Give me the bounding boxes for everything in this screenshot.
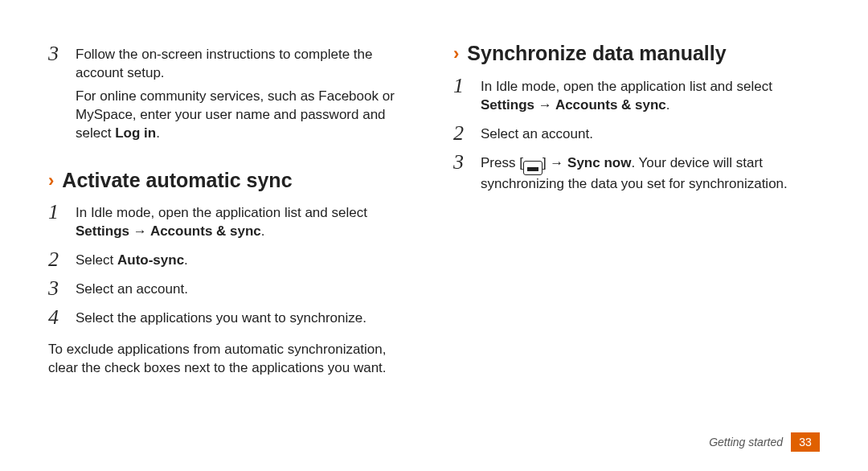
note-text: To exclude applications from automatic s… xyxy=(48,341,415,378)
chevron-icon: › xyxy=(48,172,54,190)
step-text: In Idle mode, open the application list … xyxy=(76,204,415,241)
heading-sync-manually: › Synchronize data manually xyxy=(453,40,820,68)
step-text: Select Auto-sync. xyxy=(76,252,188,270)
page-number-badge: 33 xyxy=(791,432,820,452)
step-text: Follow the on-screen instructions to com… xyxy=(76,46,415,83)
step-number: 3 xyxy=(48,43,66,64)
step-2: 2 Select Auto-sync. xyxy=(48,249,415,275)
step-number: 4 xyxy=(48,307,66,328)
step-1: 1 In Idle mode, open the application lis… xyxy=(48,202,415,246)
step-body: Follow the on-screen instructions to com… xyxy=(76,43,415,148)
right-column: › Synchronize data manually 1 In Idle mo… xyxy=(453,40,820,439)
step-number: 3 xyxy=(453,152,471,173)
page-footer: Getting started 33 xyxy=(709,432,820,452)
step-body: In Idle mode, open the application list … xyxy=(76,202,415,246)
step-4: 4 Select the applications you want to sy… xyxy=(48,307,415,333)
step-body: Press [] → Sync now. Your device will st… xyxy=(481,152,820,199)
step-body: Select an account. xyxy=(481,123,593,149)
chevron-icon: › xyxy=(453,45,459,63)
heading-activate-auto-sync: › Activate automatic sync xyxy=(48,167,415,195)
step-text: For online community services, such as F… xyxy=(76,88,415,143)
step-number: 2 xyxy=(48,249,66,270)
step-body: Select Auto-sync. xyxy=(76,249,188,275)
step-number: 2 xyxy=(453,123,471,144)
step-body: Select the applications you want to sync… xyxy=(76,307,366,333)
step-3: 3 Select an account. xyxy=(48,278,415,304)
step-3-prev: 3 Follow the on-screen instructions to c… xyxy=(48,43,415,148)
step-text: Press [] → Sync now. Your device will st… xyxy=(481,154,820,194)
heading-text: Synchronize data manually xyxy=(467,40,726,68)
step-text: In Idle mode, open the application list … xyxy=(481,78,820,115)
heading-text: Activate automatic sync xyxy=(62,167,292,195)
manual-page: 3 Follow the on-screen instructions to c… xyxy=(0,0,868,471)
step-text: Select an account. xyxy=(481,125,593,144)
step-body: Select an account. xyxy=(76,278,188,304)
step-2: 2 Select an account. xyxy=(453,123,820,149)
left-column: 3 Follow the on-screen instructions to c… xyxy=(48,40,415,439)
step-text: Select an account. xyxy=(76,281,188,299)
menu-icon xyxy=(523,161,542,175)
step-number: 3 xyxy=(48,278,66,299)
footer-section: Getting started xyxy=(709,436,783,448)
step-number: 1 xyxy=(48,202,66,223)
step-body: In Idle mode, open the application list … xyxy=(481,76,820,120)
step-1: 1 In Idle mode, open the application lis… xyxy=(453,76,820,120)
step-text: Select the applications you want to sync… xyxy=(76,309,366,328)
step-number: 1 xyxy=(453,76,471,96)
step-3: 3 Press [] → Sync now. Your device will … xyxy=(453,152,820,199)
